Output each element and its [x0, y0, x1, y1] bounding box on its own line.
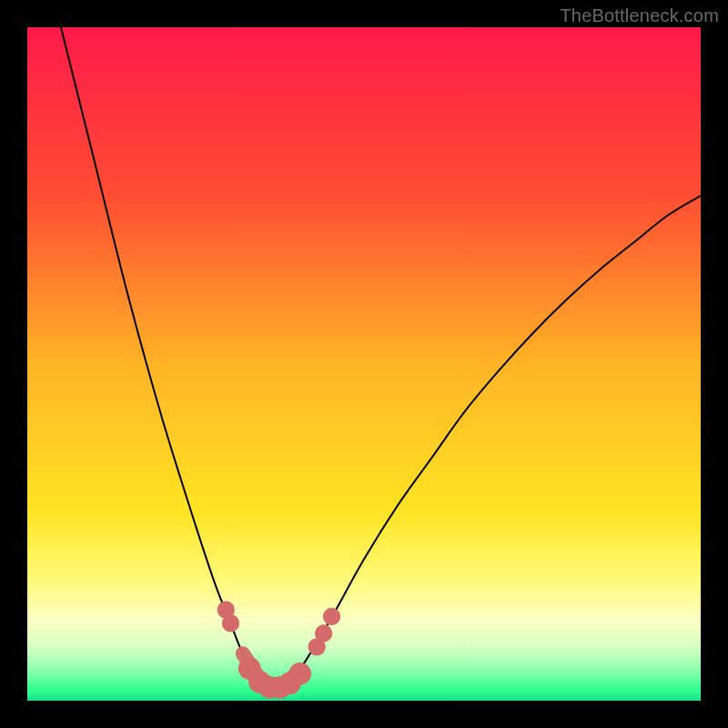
curve-marker: [222, 614, 239, 632]
heat-gradient-background: [27, 27, 701, 701]
chart-frame: TheBottleneck.com: [0, 0, 728, 728]
plot-area: [27, 27, 701, 701]
curve-marker: [288, 662, 311, 685]
curve-marker: [323, 608, 340, 625]
bottleneck-chart: [27, 27, 701, 701]
curve-marker: [315, 624, 332, 642]
watermark-text: TheBottleneck.com: [560, 5, 719, 26]
